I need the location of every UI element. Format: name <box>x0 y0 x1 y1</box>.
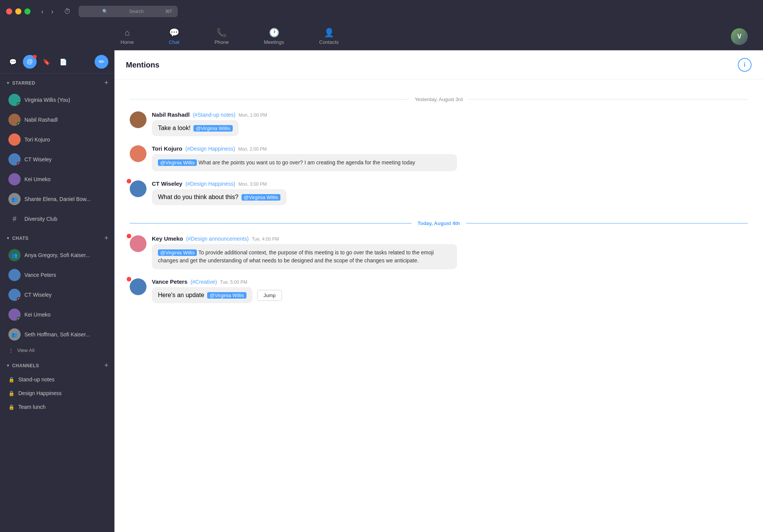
divider-line-left <box>130 99 409 100</box>
mention-tag-vance[interactable]: @Virginia Willis <box>207 292 246 299</box>
nav-contacts[interactable]: 👤 Contacts <box>313 25 345 48</box>
sidebar-name-kei2: Kei Umeko <box>24 312 50 318</box>
msg-avatar-ct <box>130 180 146 197</box>
sidebar-item-tori[interactable]: Tori Kojuro <box>2 130 112 149</box>
nav-chat-label: Chat <box>169 39 179 45</box>
msg-channel-tori[interactable]: (#Design Happiness) <box>185 146 235 152</box>
unread-dot-ct <box>127 179 131 183</box>
mention-tag-tori[interactable]: @Virginia Willis <box>158 159 197 166</box>
jump-button[interactable]: Jump <box>257 290 282 301</box>
channels-label: CHANNELS <box>12 363 39 368</box>
nav-chat[interactable]: 💬 Chat <box>163 25 185 48</box>
search-placeholder: Search <box>129 9 144 14</box>
sidebar-drafts-icon[interactable]: 📄 <box>56 55 70 69</box>
nav-arrows: ‹ › <box>38 6 56 17</box>
sidebar-bookmarks-icon[interactable]: 🔖 <box>40 55 53 69</box>
sidebar-name-tori: Tori Kojuro <box>24 137 50 143</box>
starred-add-button[interactable]: + <box>104 79 108 87</box>
unread-dot-vance <box>127 277 131 281</box>
search-icon: 🔍 <box>102 9 108 14</box>
channels-collapse-button[interactable]: ▼ <box>6 363 10 368</box>
search-bar[interactable]: 🔍 Search ⌘F <box>79 6 178 17</box>
mention-tag-ct[interactable]: @Virginia Willis <box>241 194 280 201</box>
nav-meetings[interactable]: 🕐 Meetings <box>258 25 290 48</box>
msg-channel-nabil[interactable]: (#Stand-up notes) <box>193 112 235 118</box>
sidebar-item-vance[interactable]: Vance Peters <box>2 265 112 285</box>
sidebar-name-lunch: Team lunch <box>18 404 46 410</box>
starred-collapse-button[interactable]: ▼ <box>6 81 10 85</box>
chats-collapse-button[interactable]: ▼ <box>6 236 10 240</box>
minimize-button[interactable] <box>15 8 21 14</box>
sidebar-item-nabil[interactable]: Nabil Rashadl <box>2 110 112 130</box>
chats-section-header: ▼ CHATS + <box>0 229 114 245</box>
sidebar-item-shante[interactable]: 👥 Shante Elena, Daniel Bow... <box>2 189 112 209</box>
message-group-key: Key Umeko (#Design announcements) Tue, 4… <box>130 235 748 269</box>
nav-home[interactable]: ⌂ Home <box>114 25 140 48</box>
msg-channel-ct[interactable]: (#Design Happiness) <box>185 181 235 187</box>
mention-tag-key[interactable]: @Virginia Willis <box>158 249 197 256</box>
msg-bubble-nabil: Take a look! @Virginia Willis <box>152 120 239 136</box>
msg-bubble-ct: What do you think about this? @Virginia … <box>152 189 287 205</box>
back-button[interactable]: ‹ <box>38 6 47 17</box>
view-all-button[interactable]: ⋮ View All <box>0 344 114 356</box>
nav-contacts-label: Contacts <box>319 39 339 45</box>
msg-time-nabil: Mon, 1:00 PM <box>238 113 267 118</box>
forward-button[interactable]: › <box>48 6 56 17</box>
messages-area[interactable]: Yesterday, August 3rd Nabil Rashadl (#St… <box>114 80 763 532</box>
status-dot-virginia <box>17 102 21 106</box>
sidebar-item-team-lunch[interactable]: 🔒 Team lunch <box>2 400 112 414</box>
contacts-icon: 👤 <box>324 28 334 38</box>
chats-label: CHATS <box>12 236 29 241</box>
msg-content-vance: Vance Peters (#Creative) Tue, 5:00 PM He… <box>152 278 748 303</box>
nav-phone-label: Phone <box>214 39 229 45</box>
main-content: 💬 @ 🔖 📄 ✏ ▼ STARRED + Virginia Willis (Y… <box>0 50 763 532</box>
mention-tag-nabil[interactable]: @Virginia Willis <box>193 125 232 132</box>
sidebar-item-diversity[interactable]: # Diversity Club <box>2 209 112 229</box>
msg-avatar-container-ct <box>130 180 146 197</box>
sidebar-mentions-icon[interactable]: @ <box>23 55 37 69</box>
msg-content-nabil: Nabil Rashadl (#Stand-up notes) Mon, 1:0… <box>152 111 748 136</box>
sidebar-name-ct: CT Wiseley <box>24 156 52 162</box>
date-label-yesterday: Yesterday, August 3rd <box>415 96 463 102</box>
nav-phone[interactable]: 📞 Phone <box>208 25 235 48</box>
close-button[interactable] <box>6 8 12 14</box>
msg-channel-vance[interactable]: (#Creative) <box>190 279 217 285</box>
maximize-button[interactable] <box>24 8 31 14</box>
sidebar-item-design-happiness[interactable]: 🔒 Design Happiness <box>2 386 112 400</box>
info-button[interactable]: i <box>738 58 752 72</box>
sidebar-name-standup: Stand-up notes <box>18 376 55 383</box>
sidebar-item-standup[interactable]: 🔒 Stand-up notes <box>2 373 112 386</box>
sidebar-item-kei[interactable]: Kei Umeko <box>2 169 112 189</box>
sidebar-item-anya[interactable]: 👥 Anya Gregory, Sofi Kaiser... <box>2 245 112 265</box>
avatar-ct <box>8 153 21 166</box>
compose-button[interactable]: ✏ <box>95 55 108 69</box>
sidebar-chat-icon[interactable]: 💬 <box>6 55 20 69</box>
msg-avatar-container-key <box>130 235 146 252</box>
sidebar-item-ct[interactable]: CT Wiseley <box>2 149 112 169</box>
sidebar-item-virginia[interactable]: Virginia Willis (You) <box>2 90 112 110</box>
channels-add-button[interactable]: + <box>104 362 108 370</box>
sidebar-icon-bar: 💬 @ 🔖 📄 ✏ <box>0 50 114 74</box>
message-group-vance: Vance Peters (#Creative) Tue, 5:00 PM He… <box>130 278 748 303</box>
msg-channel-key[interactable]: (#Design announcements) <box>186 236 249 242</box>
sidebar-item-ct2[interactable]: CT Wiseley <box>2 285 112 305</box>
msg-header-tori: Tori Kojuro (#Design Happiness) Mon, 2:0… <box>152 145 748 152</box>
sidebar-item-kei2[interactable]: Kei Umeko <box>2 305 112 325</box>
avatar-shante: 👥 <box>8 193 21 205</box>
date-label-today: Today, August 4th <box>418 220 460 226</box>
sidebar-item-seth[interactable]: 👥 Seth Hoffman, Sofi Kaiser... <box>2 325 112 344</box>
avatar-kei <box>8 173 21 185</box>
msg-text-ct: What do you think about this? <box>158 194 238 201</box>
lock-icon-lunch: 🔒 <box>8 404 14 410</box>
msg-avatar-container-vance <box>130 278 146 295</box>
msg-bubble-key: @Virginia Willis To provide additional c… <box>152 244 457 269</box>
msg-time-ct: Mon, 3:00 PM <box>238 182 267 187</box>
sidebar-name-anya: Anya Gregory, Sofi Kaiser... <box>24 252 90 258</box>
avatar-virginia <box>8 94 21 106</box>
avatar-vance <box>8 269 21 281</box>
date-divider-yesterday: Yesterday, August 3rd <box>130 96 748 102</box>
user-avatar[interactable]: V <box>731 28 748 45</box>
history-button[interactable]: ⏱ <box>61 6 74 17</box>
msg-avatar-key <box>130 235 146 252</box>
chats-add-button[interactable]: + <box>104 234 108 242</box>
